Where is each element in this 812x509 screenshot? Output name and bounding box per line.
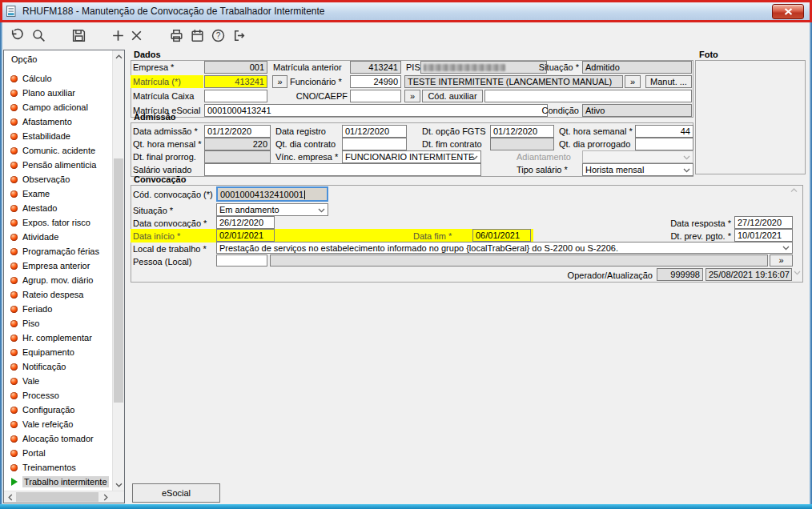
- exit-button[interactable]: [229, 26, 248, 45]
- sidebar-item-empresa-anterior[interactable]: Empresa anterior: [5, 259, 111, 273]
- sidebar-item-configuracao[interactable]: Configuração: [5, 403, 111, 417]
- sidebar-item-portal[interactable]: Portal: [5, 446, 111, 460]
- sidebar-item-agrup-mov-diario[interactable]: Agrup. mov. diário: [5, 273, 111, 287]
- sidebar-item-pensao-alimenticia[interactable]: Pensão alimenticia: [5, 158, 111, 172]
- bullet-icon: [10, 450, 18, 457]
- cod-convocacao-field[interactable]: 00010004132410001: [216, 186, 328, 202]
- nome-lookup-button[interactable]: »: [625, 75, 641, 88]
- dt-opcao-fgts-field[interactable]: 01/12/2020: [490, 125, 554, 138]
- vertical-scroll-thumb[interactable]: [114, 158, 123, 403]
- cod-auxiliar-button[interactable]: Cód. auxiliar: [422, 90, 483, 102]
- bullet-icon: [10, 176, 18, 183]
- sidebar-item-atividade[interactable]: Atividade: [5, 230, 111, 244]
- sidebar-horizontal-scrollbar[interactable]: [4, 491, 124, 503]
- sidebar-item-alocacao-tomador[interactable]: Alocação tomador: [5, 431, 111, 446]
- close-button[interactable]: [772, 4, 804, 19]
- sidebar-item-campo-adicional[interactable]: Campo adicional: [5, 100, 111, 114]
- delete-button[interactable]: [127, 26, 146, 45]
- sidebar-item-notificacao[interactable]: Notificação: [5, 359, 111, 374]
- sidebar-item-estabilidade[interactable]: Estabilidade: [5, 129, 111, 143]
- bullet-icon: [10, 407, 18, 414]
- sidebar-vertical-scrollbar[interactable]: [112, 50, 124, 491]
- convocacao-situacao-select[interactable]: Em andamento: [216, 203, 328, 216]
- sidebar-item-processo[interactable]: Processo: [5, 388, 111, 403]
- svg-text:?: ?: [215, 30, 220, 39]
- sidebar-item-feriado[interactable]: Feriado: [5, 302, 111, 316]
- sidebar-item-expos-fator-risco[interactable]: Expos. fator risco: [5, 215, 111, 230]
- tipo-salario-select[interactable]: Horista mensal: [582, 163, 693, 176]
- horizontal-scroll-thumb[interactable]: [16, 492, 98, 502]
- bullet-icon: [10, 104, 18, 111]
- matricula-label: Matrícula (*): [131, 75, 203, 88]
- sidebar-item-vale-refeicao[interactable]: Vale refeição: [5, 417, 111, 431]
- bullet-icon: [10, 335, 18, 342]
- cod-auxiliar-lookup-button[interactable]: »: [404, 90, 420, 102]
- cod-auxiliar-field[interactable]: [484, 90, 692, 102]
- qt-hora-semanal-label: Qt. hora semanal *: [559, 125, 633, 138]
- sidebar-item-observacao[interactable]: Observação: [5, 172, 111, 186]
- bullet-icon: [10, 306, 18, 313]
- funcionario-field[interactable]: 24990: [350, 75, 401, 88]
- sidebar-item-trabalho-intermitente[interactable]: Trabalho intermitente: [5, 475, 111, 489]
- matricula-caixa-field[interactable]: [204, 90, 267, 102]
- sidebar-item-label: Atestado: [22, 203, 57, 213]
- scroll-right-icon[interactable]: [100, 491, 111, 503]
- record-scroll-up-icon[interactable]: [790, 188, 798, 193]
- adiantamento-select: [582, 150, 693, 163]
- manut-button[interactable]: Manut. ...: [645, 75, 692, 88]
- sidebar-item-calculo[interactable]: Cálculo: [5, 71, 111, 86]
- situacao-field: Admitido: [582, 61, 692, 74]
- data-fim-field[interactable]: 06/01/2021: [472, 229, 531, 242]
- matricula-esocial-field[interactable]: 0001000413241: [204, 104, 548, 117]
- data-registro-field[interactable]: 01/12/2020: [342, 125, 407, 138]
- sidebar-item-piso[interactable]: Piso: [5, 316, 111, 331]
- sidebar-item-exame[interactable]: Exame: [5, 186, 111, 201]
- salario-variado-field[interactable]: [204, 163, 481, 176]
- print-button[interactable]: [167, 26, 186, 45]
- search-button[interactable]: [29, 26, 48, 45]
- close-icon: [784, 8, 793, 15]
- local-trabalho-select[interactable]: Prestação de serviços no estabelecimento…: [216, 242, 793, 254]
- funcionario-lookup-button[interactable]: »: [272, 75, 287, 88]
- pessoa-lookup-button[interactable]: »: [770, 254, 793, 267]
- matricula-field[interactable]: 413241: [204, 75, 267, 88]
- data-convocacao-field[interactable]: 26/12/2020: [216, 216, 275, 229]
- bullet-icon: [10, 162, 18, 169]
- sidebar-item-vale[interactable]: Vale: [5, 374, 111, 388]
- sidebar-item-treinamentos[interactable]: Treinamentos: [5, 460, 111, 475]
- undo-button[interactable]: [7, 26, 26, 45]
- cno-caepf-field[interactable]: [350, 90, 401, 102]
- sidebar-item-afastamento[interactable]: Afastamento: [5, 114, 111, 129]
- sidebar-item-atestado[interactable]: Atestado: [5, 201, 111, 215]
- sidebar-item-programacao-ferias[interactable]: Programação férias: [5, 244, 111, 259]
- sidebar-item-plano-auxiliar[interactable]: Plano auxiliar: [5, 86, 111, 100]
- qt-dia-contrato-field[interactable]: [342, 138, 407, 150]
- chevron-down-icon: [318, 208, 325, 213]
- vinc-empresa-select[interactable]: FUNCIONARIO INTERMITENTE: [342, 150, 481, 163]
- dt-prev-pgto-field[interactable]: 10/01/2021: [734, 229, 793, 242]
- calendar-button[interactable]: [187, 26, 207, 45]
- sidebar-item-hr-complementar[interactable]: Hr. complementar: [5, 331, 111, 345]
- sidebar-item-equipamento[interactable]: Equipamento: [5, 345, 111, 359]
- qt-dia-prorrogado-field[interactable]: [635, 138, 693, 150]
- pessoa-local-nome-field: [270, 254, 768, 267]
- data-inicio-field[interactable]: 02/01/2021: [216, 229, 275, 242]
- scroll-up-icon[interactable]: [113, 50, 125, 62]
- dt-final-prorrog-label: Dt. final prorrog.: [133, 150, 196, 163]
- pessoa-local-field[interactable]: [216, 254, 267, 267]
- sidebar-item-label: Rateio despesa: [22, 290, 83, 299]
- sidebar-item-rateio-despesa[interactable]: Rateio despesa: [5, 287, 111, 302]
- save-button[interactable]: [69, 26, 88, 45]
- sidebar-item-comunic-acidente[interactable]: Comunic. acidente: [5, 143, 111, 158]
- matricula-anterior-label: Matrícula anterior: [273, 61, 342, 74]
- help-button[interactable]: ?: [208, 26, 227, 45]
- scroll-down-icon[interactable]: [113, 479, 125, 491]
- qt-hora-semanal-field[interactable]: 44: [635, 125, 693, 138]
- data-admissao-field[interactable]: 01/12/2020: [204, 125, 271, 138]
- data-resposta-field[interactable]: 27/12/2020: [734, 216, 793, 229]
- add-button[interactable]: [108, 26, 127, 45]
- esocial-button[interactable]: eSocial: [132, 483, 220, 503]
- record-scroll-down-icon[interactable]: [794, 271, 801, 275]
- scroll-left-icon[interactable]: [5, 491, 16, 503]
- bullet-icon: [10, 219, 18, 226]
